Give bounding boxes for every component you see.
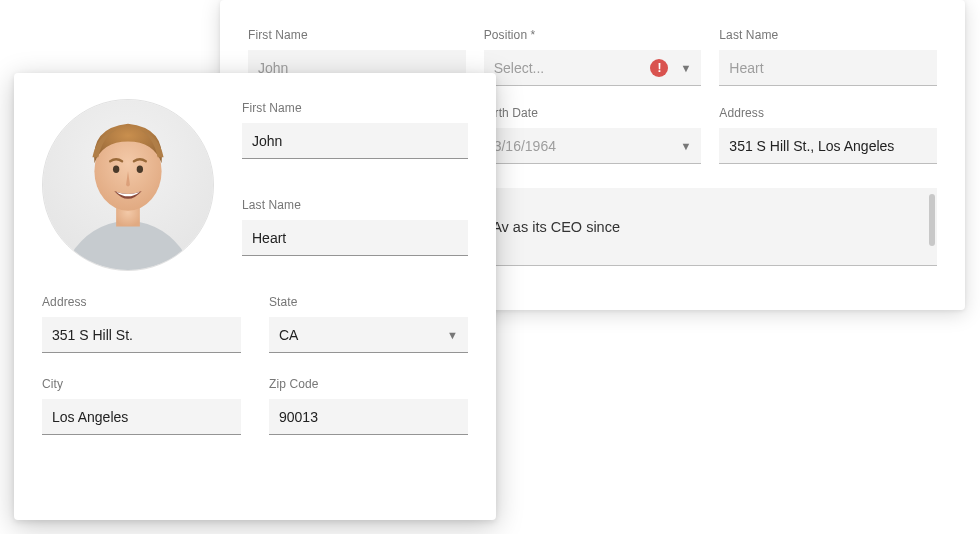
birth-date-field: Birth Date 3/16/1964 ▼	[484, 106, 702, 164]
state-value: CA	[279, 327, 298, 343]
front-row-address-state: Address 351 S Hill St. State CA ▼	[42, 295, 468, 353]
avatar-image	[43, 100, 213, 270]
birth-date-value: 3/16/1964	[494, 138, 681, 154]
city-field: City Los Angeles	[42, 377, 241, 435]
zip-input[interactable]: 90013	[269, 399, 468, 435]
address-input-back[interactable]: 351 S Hill St., Los Angeles	[719, 128, 937, 164]
zip-label: Zip Code	[269, 377, 468, 391]
front-top-fields: First Name John Last Name Heart	[242, 99, 468, 271]
avatar	[42, 99, 214, 271]
position-field: Position * Select... ! ▼	[484, 28, 702, 86]
scrollbar[interactable]	[929, 194, 935, 246]
first-name-input-front[interactable]: John	[242, 123, 468, 159]
chevron-down-icon: ▼	[680, 140, 691, 152]
first-name-label-front: First Name	[242, 101, 468, 115]
position-select-value: Select...	[494, 60, 651, 76]
zip-field: Zip Code 90013	[269, 377, 468, 435]
svg-point-4	[137, 165, 143, 173]
last-name-input-front[interactable]: Heart	[242, 220, 468, 256]
state-field: State CA ▼	[269, 295, 468, 353]
last-name-label-front: Last Name	[242, 198, 468, 212]
state-label: State	[269, 295, 468, 309]
city-label: City	[42, 377, 241, 391]
address-field-front: Address 351 S Hill St.	[42, 295, 241, 353]
position-select[interactable]: Select... ! ▼	[484, 50, 702, 86]
zip-value: 90013	[279, 409, 318, 425]
svg-point-3	[113, 165, 119, 173]
address-input-front[interactable]: 351 S Hill St.	[42, 317, 241, 353]
foreground-form-card: First Name John Last Name Heart Address …	[14, 73, 496, 520]
error-icon: !	[650, 59, 668, 77]
address-label-back: Address	[719, 106, 937, 120]
first-name-field-front: First Name John	[242, 101, 468, 174]
chevron-down-icon: ▼	[680, 62, 691, 74]
front-row-city-zip: City Los Angeles Zip Code 90013	[42, 377, 468, 435]
address-label-front: Address	[42, 295, 241, 309]
birth-date-select[interactable]: 3/16/1964 ▼	[484, 128, 702, 164]
position-label: Position *	[484, 28, 702, 42]
last-name-value-front: Heart	[252, 230, 286, 246]
state-select[interactable]: CA ▼	[269, 317, 468, 353]
address-value-front: 351 S Hill St.	[52, 327, 133, 343]
first-name-value-front: John	[252, 133, 282, 149]
first-name-label-back: First Name	[248, 28, 466, 42]
city-value: Los Angeles	[52, 409, 128, 425]
address-field-back: Address 351 S Hill St., Los Angeles	[719, 106, 937, 164]
last-name-field-back: Last Name Heart	[719, 28, 937, 86]
chevron-down-icon: ▼	[447, 329, 458, 341]
front-top-section: First Name John Last Name Heart	[42, 99, 468, 271]
last-name-label-back: Last Name	[719, 28, 937, 42]
last-name-field-front: Last Name Heart	[242, 198, 468, 271]
city-input[interactable]: Los Angeles	[42, 399, 241, 435]
birth-date-label: Birth Date	[484, 106, 702, 120]
last-name-input-back[interactable]: Heart	[719, 50, 937, 86]
